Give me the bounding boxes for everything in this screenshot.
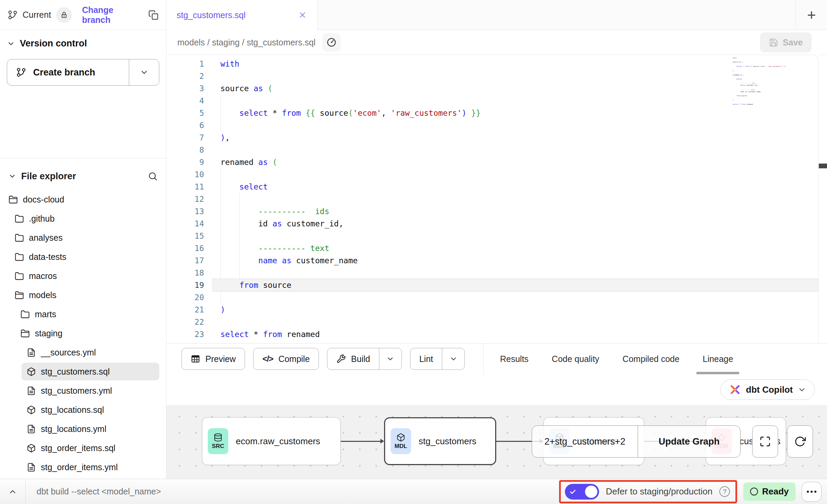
minimap[interactable]: withsource as ( select * from {{ source(… <box>733 57 786 106</box>
tab-stg-customers-sql[interactable]: stg_customers.sql <box>166 0 317 30</box>
toolbar-divider <box>483 344 484 375</box>
cube-icon <box>27 405 36 415</box>
code-line-11[interactable]: 11 select <box>166 181 818 193</box>
dbt-copilot-button[interactable]: dbt Copilot <box>720 379 815 400</box>
lineage-node-stg-customers[interactable]: MDLstg_customers <box>384 417 496 465</box>
code-line-2[interactable]: 2 <box>166 70 818 82</box>
file-tree-item-stg-locations-yml[interactable]: stg_locations.yml <box>0 419 166 438</box>
collapse-panel-button[interactable] <box>0 479 26 504</box>
editor-scrollbar-rail[interactable] <box>819 55 827 343</box>
code-line-18[interactable]: 18 <box>166 267 818 279</box>
tab-bar-spacer <box>317 0 796 30</box>
lint-button[interactable]: Lint <box>410 348 465 370</box>
dbt-ide-app: Current Change branch Version control <box>0 0 827 504</box>
code-line-1[interactable]: 1with <box>166 58 818 70</box>
file-tree-item--github[interactable]: .github <box>0 209 166 228</box>
file-tree-item-stg-order-items-sql[interactable]: stg_order_items.sql <box>0 438 166 458</box>
chevron-down-icon[interactable] <box>7 40 15 48</box>
save-button[interactable]: Save <box>760 32 812 52</box>
tab-results[interactable]: Results <box>488 344 540 374</box>
result-tabs: ResultsCode qualityCompiled codeLineage <box>488 344 745 374</box>
code-line-23[interactable]: 23select * from renamed <box>166 328 818 340</box>
new-tab-button[interactable]: + <box>796 0 827 30</box>
tab-code-quality[interactable]: Code quality <box>540 344 611 374</box>
code-line-9[interactable]: 9renamed as ( <box>166 156 818 168</box>
file-tree-item-macros[interactable]: macros <box>0 266 166 285</box>
defer-toggle[interactable] <box>565 484 599 500</box>
code-line-4[interactable]: 4 <box>166 95 818 107</box>
code-line-12[interactable]: 12 <box>166 193 818 205</box>
code-line-14[interactable]: 14 id as customer_id, <box>166 218 818 230</box>
editor-toolbar: Preview </> Compile Build <box>166 343 827 374</box>
file-tree-item-stg-customers-yml[interactable]: stg_customers.yml <box>0 381 166 400</box>
create-branch-button[interactable]: Create branch <box>7 59 159 86</box>
file-tree-item-stg-customers-sql[interactable]: stg_customers.sql <box>0 362 166 381</box>
copy-icon[interactable] <box>148 10 159 20</box>
lineage-selector-bar: 2+stg_customers+2 Update Graph <box>532 425 741 458</box>
file-tree-item-stg-locations-sql[interactable]: stg_locations.sql <box>0 400 166 419</box>
wrench-icon <box>336 354 346 364</box>
lineage-selector-input[interactable]: 2+stg_customers+2 <box>532 426 638 457</box>
more-options-button[interactable] <box>802 482 822 502</box>
file-tree-item-staging[interactable]: staging <box>0 324 166 343</box>
build-menu-button[interactable] <box>379 348 402 369</box>
code-line-8[interactable]: 8 <box>166 144 818 156</box>
tab-compiled-code[interactable]: Compiled code <box>611 344 691 374</box>
search-icon[interactable] <box>148 171 158 181</box>
code-line-20[interactable]: 20 <box>166 291 818 304</box>
code-line-text: ), <box>204 131 230 144</box>
file-tree-item-analyses[interactable]: analyses <box>0 228 166 247</box>
code-line-17[interactable]: 17 name as customer_name <box>166 254 818 267</box>
code-line-5[interactable]: 5 select * from {{ source('ecom', 'raw_c… <box>166 107 818 119</box>
code-line-22[interactable]: 22 <box>166 316 818 328</box>
update-graph-button[interactable]: Update Graph <box>638 426 740 457</box>
file-icon <box>27 463 36 472</box>
database-icon <box>214 433 222 442</box>
file-tree-item-label: staging <box>35 328 63 338</box>
file-tree-item-docs-cloud[interactable]: docs-cloud <box>0 190 166 209</box>
code-line-16[interactable]: 16 ---------- text <box>166 242 818 254</box>
save-label: Save <box>783 38 803 47</box>
change-branch-link[interactable]: Change branch <box>82 5 142 25</box>
chevron-down-icon <box>140 68 149 77</box>
code-line-10[interactable]: 10 <box>166 168 818 181</box>
code-line-3[interactable]: 3source as ( <box>166 82 818 95</box>
file-tree-item-label: stg_locations.yml <box>41 424 107 434</box>
lint-menu-button[interactable] <box>442 348 464 369</box>
help-icon[interactable]: ? <box>719 486 730 497</box>
create-branch-label: Create branch <box>33 67 95 78</box>
close-icon[interactable] <box>298 11 307 19</box>
command-input[interactable]: dbt build --select <model_name> <box>37 487 161 496</box>
refresh-button[interactable] <box>787 425 813 458</box>
fullscreen-button[interactable] <box>752 425 778 458</box>
plus-icon: + <box>807 6 816 24</box>
dbt-copilot-label: dbt Copilot <box>746 384 793 395</box>
build-button[interactable]: Build <box>327 348 402 370</box>
table-icon <box>191 354 200 364</box>
code-line-text: ---------- ids <box>204 205 329 218</box>
file-tree-item-models[interactable]: models <box>0 285 166 305</box>
code-area[interactable]: 1with23source as (45 select * from {{ so… <box>166 55 818 340</box>
preview-button[interactable]: Preview <box>181 348 245 370</box>
current-branch-label: Current <box>23 10 51 20</box>
code-line-13[interactable]: 13 ---------- ids <box>166 205 818 218</box>
file-tree-item-stg-order-items-yml[interactable]: stg_order_items.yml <box>0 458 166 477</box>
code-editor[interactable]: 1with23source as (45 select * from {{ so… <box>166 55 819 343</box>
file-tree-item-data-tests[interactable]: data-tests <box>0 247 166 266</box>
code-line-19[interactable]: 19 from source <box>166 279 818 291</box>
chevron-down-icon[interactable] <box>8 172 16 180</box>
compile-button[interactable]: </> Compile <box>253 348 319 370</box>
code-line-7[interactable]: 7), <box>166 131 818 144</box>
file-tree-item--sources-yml[interactable]: __sources.yml <box>0 343 166 362</box>
tab-lineage[interactable]: Lineage <box>691 344 745 374</box>
code-line-6[interactable]: 6 <box>166 119 818 131</box>
create-branch-menu-button[interactable] <box>129 59 159 85</box>
lineage-canvas[interactable]: SRCecom.raw_customersMDLstg_customersMDL… <box>166 405 827 479</box>
file-tree-item-label: stg_customers.sql <box>41 367 110 377</box>
file-tree-item-marts[interactable]: marts <box>0 305 166 324</box>
code-line-21[interactable]: 21) <box>166 304 818 316</box>
code-line-15[interactable]: 15 <box>166 230 818 242</box>
gauge-chip[interactable] <box>322 33 341 52</box>
lineage-node-ecom-raw-customers[interactable]: SRCecom.raw_customers <box>202 417 341 465</box>
scrollbar-mark[interactable] <box>819 164 827 168</box>
